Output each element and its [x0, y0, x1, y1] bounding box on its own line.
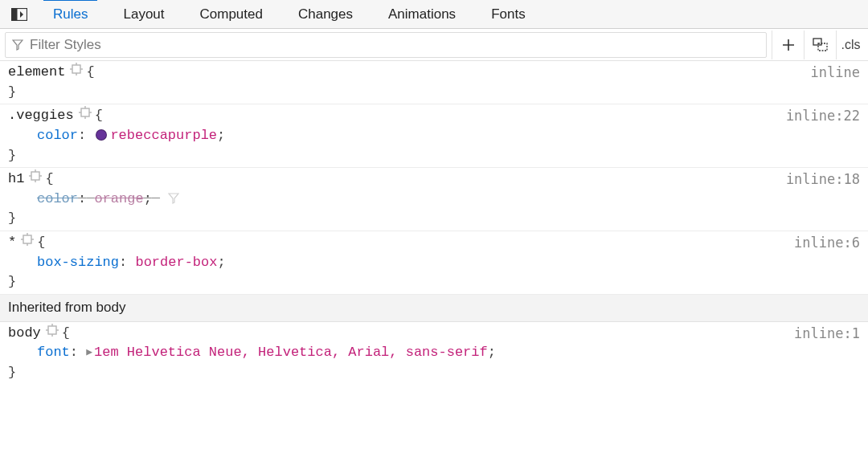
tab-rules[interactable]: Rules [35, 0, 105, 28]
filter-styles-input[interactable] [28, 33, 766, 57]
tab-label: Layout [123, 6, 164, 22]
tab-label: Animations [388, 6, 456, 22]
open-brace: { [86, 63, 94, 83]
svg-marker-2 [20, 11, 23, 18]
svg-rect-20 [23, 235, 31, 243]
property-value[interactable]: rebeccapurple [110, 128, 217, 143]
close-brace: } [8, 272, 860, 292]
tab-computed[interactable]: Computed [182, 0, 280, 28]
rule-block[interactable]: inline:22 .veggies { color: rebeccapurpl… [0, 104, 868, 168]
selector[interactable]: .veggies [8, 106, 74, 126]
tab-fonts[interactable]: Fonts [473, 0, 543, 28]
selector[interactable]: * [8, 233, 16, 253]
rule-source-link[interactable]: inline:18 [786, 169, 860, 190]
highlight-element-icon[interactable] [21, 233, 34, 253]
svg-rect-25 [48, 326, 56, 334]
expand-shorthand-icon[interactable]: ▶ [86, 345, 92, 361]
filter-bar: .cls [0, 29, 868, 61]
pseudo-class-button[interactable] [804, 31, 836, 59]
tab-label: Rules [53, 6, 88, 22]
declaration[interactable]: color: orange; [8, 190, 860, 210]
declaration[interactable]: font: ▶1em Helvetica Neue, Helvetica, Ar… [8, 343, 860, 363]
open-brace: { [45, 169, 53, 190]
filter-wrap [5, 32, 767, 58]
plus-icon [781, 38, 796, 52]
property-name[interactable]: font [37, 345, 70, 360]
selector[interactable]: body [8, 324, 41, 344]
selector[interactable]: element [8, 63, 65, 83]
close-brace: } [8, 83, 860, 103]
rule-block[interactable]: inline element { } [0, 61, 868, 104]
close-brace: } [8, 146, 860, 166]
selector[interactable]: h1 [8, 169, 24, 190]
filter-overridden-icon[interactable] [168, 193, 179, 204]
highlight-element-icon[interactable] [29, 169, 42, 190]
svg-rect-15 [31, 172, 39, 180]
property-name[interactable]: color [37, 128, 78, 143]
rule-block[interactable]: inline:6 * { box-sizing: border-box; } [0, 231, 868, 295]
color-swatch[interactable] [96, 129, 107, 141]
rule-source-link[interactable]: inline:1 [794, 324, 860, 344]
tabs: Rules Layout Computed Changes Animations… [0, 0, 868, 29]
tab-animations[interactable]: Animations [371, 0, 473, 28]
pane-toggle-button[interactable] [8, 3, 31, 26]
tab-layout[interactable]: Layout [105, 0, 182, 28]
open-brace: { [62, 324, 70, 344]
tab-label: Changes [298, 6, 353, 22]
svg-rect-4 [818, 43, 827, 51]
close-brace: } [8, 363, 860, 383]
cls-label: .cls [841, 38, 861, 52]
svg-rect-1 [12, 8, 18, 20]
highlight-element-icon[interactable] [46, 324, 59, 344]
rule-source-link[interactable]: inline:6 [794, 233, 860, 253]
highlight-element-icon[interactable] [70, 63, 83, 83]
open-brace: { [95, 106, 103, 126]
add-rule-button[interactable] [772, 31, 804, 59]
rules-pane: inline element { } inline:22 .veggies { … [0, 61, 868, 385]
property-name[interactable]: color [37, 191, 78, 206]
funnel-icon [12, 39, 23, 51]
tab-label: Fonts [491, 6, 526, 22]
svg-rect-3 [813, 39, 821, 45]
declaration[interactable]: color: rebeccapurple; [8, 126, 860, 146]
close-brace: } [8, 209, 860, 229]
svg-rect-10 [81, 108, 89, 116]
highlight-element-icon[interactable] [79, 106, 92, 126]
rule-block[interactable]: inline:1 body { font: ▶1em Helvetica Neu… [0, 322, 868, 385]
rule-source-link[interactable]: inline [811, 63, 860, 83]
property-value[interactable]: orange [94, 191, 143, 206]
property-value[interactable]: border-box [135, 255, 217, 270]
property-name[interactable]: box-sizing [37, 255, 119, 270]
declaration[interactable]: box-sizing: border-box; [8, 253, 860, 273]
svg-rect-5 [72, 65, 80, 73]
pane-toggle-icon [11, 8, 27, 21]
tab-changes[interactable]: Changes [280, 0, 371, 28]
rule-source-link[interactable]: inline:22 [786, 106, 860, 126]
class-toggle-button[interactable]: .cls [836, 31, 868, 59]
hover-icon [813, 38, 829, 52]
tab-label: Computed [200, 6, 263, 22]
rule-block[interactable]: inline:18 h1 { color: orange; } [0, 168, 868, 231]
inherited-from-header: Inherited from body [0, 295, 868, 322]
open-brace: { [37, 233, 45, 253]
property-value[interactable]: 1em Helvetica Neue, Helvetica, Arial, sa… [94, 345, 488, 360]
